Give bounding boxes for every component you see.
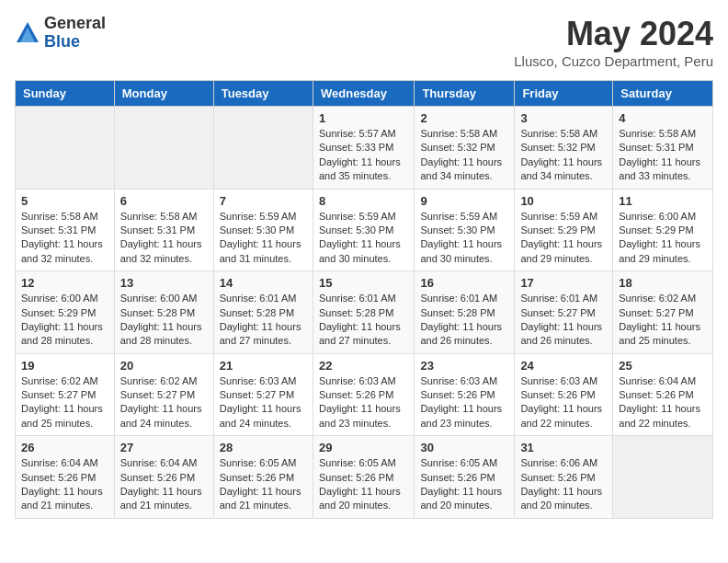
- day-info: Sunrise: 5:59 AM Sunset: 5:29 PM Dayligh…: [520, 210, 607, 267]
- day-info: Sunrise: 6:04 AM Sunset: 5:26 PM Dayligh…: [120, 456, 208, 513]
- day-cell: 28Sunrise: 6:05 AM Sunset: 5:26 PM Dayli…: [213, 436, 313, 519]
- day-cell: 11Sunrise: 6:00 AM Sunset: 5:29 PM Dayli…: [613, 189, 713, 271]
- day-info: Sunrise: 5:58 AM Sunset: 5:31 PM Dayligh…: [21, 210, 108, 267]
- day-cell: 6Sunrise: 5:58 AM Sunset: 5:31 PM Daylig…: [114, 189, 213, 271]
- day-cell: 20Sunrise: 6:02 AM Sunset: 5:27 PM Dayli…: [114, 353, 213, 436]
- day-info: Sunrise: 6:05 AM Sunset: 5:26 PM Dayligh…: [420, 456, 508, 513]
- day-number: 14: [220, 276, 307, 290]
- day-number: 5: [21, 194, 108, 208]
- day-info: Sunrise: 5:59 AM Sunset: 5:30 PM Dayligh…: [420, 210, 508, 267]
- header-monday: Monday: [114, 81, 213, 107]
- day-cell: 27Sunrise: 6:04 AM Sunset: 5:26 PM Dayli…: [114, 436, 213, 519]
- header-thursday: Thursday: [415, 81, 515, 107]
- day-number: 22: [319, 359, 408, 373]
- day-cell: 14Sunrise: 6:01 AM Sunset: 5:28 PM Dayli…: [213, 271, 313, 354]
- day-number: 29: [319, 441, 408, 454]
- day-cell: 9Sunrise: 5:59 AM Sunset: 5:30 PM Daylig…: [415, 189, 515, 271]
- header-sunday: Sunday: [16, 81, 115, 107]
- day-cell: 23Sunrise: 6:03 AM Sunset: 5:26 PM Dayli…: [415, 353, 515, 436]
- day-info: Sunrise: 6:02 AM Sunset: 5:27 PM Dayligh…: [21, 374, 108, 431]
- day-cell: 5Sunrise: 5:58 AM Sunset: 5:31 PM Daylig…: [16, 189, 115, 271]
- day-info: Sunrise: 6:05 AM Sunset: 5:26 PM Dayligh…: [220, 456, 307, 513]
- day-info: Sunrise: 5:58 AM Sunset: 5:32 PM Dayligh…: [420, 127, 508, 184]
- day-cell: [213, 107, 313, 190]
- day-cell: 8Sunrise: 5:59 AM Sunset: 5:30 PM Daylig…: [313, 189, 414, 271]
- day-number: 21: [220, 359, 307, 373]
- week-row-1: 1Sunrise: 5:57 AM Sunset: 5:33 PM Daylig…: [16, 107, 713, 190]
- day-cell: 19Sunrise: 6:02 AM Sunset: 5:27 PM Dayli…: [16, 353, 115, 436]
- day-info: Sunrise: 6:03 AM Sunset: 5:26 PM Dayligh…: [520, 374, 607, 431]
- day-cell: 16Sunrise: 6:01 AM Sunset: 5:28 PM Dayli…: [415, 271, 515, 354]
- day-number: 2: [420, 111, 508, 125]
- day-number: 18: [619, 276, 707, 290]
- day-number: 6: [120, 194, 208, 208]
- day-info: Sunrise: 5:58 AM Sunset: 5:31 PM Dayligh…: [120, 210, 208, 267]
- day-info: Sunrise: 6:04 AM Sunset: 5:26 PM Dayligh…: [619, 374, 707, 431]
- logo: General Blue: [15, 15, 106, 52]
- day-number: 25: [619, 359, 707, 373]
- day-cell: 7Sunrise: 5:59 AM Sunset: 5:30 PM Daylig…: [213, 189, 313, 271]
- logo-icon: [15, 20, 40, 46]
- day-number: 11: [619, 194, 707, 208]
- day-cell: 15Sunrise: 6:01 AM Sunset: 5:28 PM Dayli…: [313, 271, 414, 354]
- day-info: Sunrise: 5:58 AM Sunset: 5:31 PM Dayligh…: [619, 127, 707, 184]
- day-info: Sunrise: 6:00 AM Sunset: 5:29 PM Dayligh…: [21, 292, 108, 349]
- day-cell: [613, 436, 713, 519]
- calendar-title: May 2024: [514, 15, 713, 53]
- day-number: 4: [619, 111, 707, 125]
- header-wednesday: Wednesday: [313, 81, 414, 107]
- day-cell: 2Sunrise: 5:58 AM Sunset: 5:32 PM Daylig…: [415, 107, 515, 190]
- day-info: Sunrise: 5:59 AM Sunset: 5:30 PM Dayligh…: [220, 210, 307, 267]
- day-info: Sunrise: 6:03 AM Sunset: 5:26 PM Dayligh…: [420, 374, 508, 431]
- day-number: 3: [520, 111, 607, 125]
- day-cell: 22Sunrise: 6:03 AM Sunset: 5:26 PM Dayli…: [313, 353, 414, 436]
- day-info: Sunrise: 6:05 AM Sunset: 5:26 PM Dayligh…: [319, 456, 408, 513]
- calendar-location: Llusco, Cuzco Department, Peru: [514, 53, 713, 69]
- day-cell: 1Sunrise: 5:57 AM Sunset: 5:33 PM Daylig…: [313, 107, 414, 190]
- day-cell: 4Sunrise: 5:58 AM Sunset: 5:31 PM Daylig…: [613, 107, 713, 190]
- day-number: 28: [220, 441, 307, 454]
- day-cell: 18Sunrise: 6:02 AM Sunset: 5:27 PM Dayli…: [613, 271, 713, 354]
- day-number: 19: [21, 359, 108, 373]
- logo-blue-text: Blue: [44, 33, 106, 52]
- calendar-table: SundayMondayTuesdayWednesdayThursdayFrid…: [15, 80, 713, 519]
- day-info: Sunrise: 6:03 AM Sunset: 5:26 PM Dayligh…: [319, 374, 408, 431]
- day-info: Sunrise: 6:01 AM Sunset: 5:28 PM Dayligh…: [220, 292, 307, 349]
- header-saturday: Saturday: [613, 81, 713, 107]
- header-tuesday: Tuesday: [213, 81, 313, 107]
- day-info: Sunrise: 6:03 AM Sunset: 5:27 PM Dayligh…: [220, 374, 307, 431]
- week-row-3: 12Sunrise: 6:00 AM Sunset: 5:29 PM Dayli…: [16, 271, 713, 354]
- day-number: 15: [319, 276, 408, 290]
- day-number: 13: [120, 276, 208, 290]
- day-cell: [114, 107, 213, 190]
- day-cell: 17Sunrise: 6:01 AM Sunset: 5:27 PM Dayli…: [515, 271, 613, 354]
- day-info: Sunrise: 5:59 AM Sunset: 5:30 PM Dayligh…: [319, 210, 408, 267]
- week-row-2: 5Sunrise: 5:58 AM Sunset: 5:31 PM Daylig…: [16, 189, 713, 271]
- day-number: 9: [420, 194, 508, 208]
- header-row: SundayMondayTuesdayWednesdayThursdayFrid…: [16, 81, 713, 107]
- title-block: May 2024 Llusco, Cuzco Department, Peru: [514, 15, 713, 69]
- day-number: 10: [520, 194, 607, 208]
- day-number: 24: [520, 359, 607, 373]
- day-number: 16: [420, 276, 508, 290]
- day-cell: 12Sunrise: 6:00 AM Sunset: 5:29 PM Dayli…: [16, 271, 115, 354]
- day-cell: 25Sunrise: 6:04 AM Sunset: 5:26 PM Dayli…: [613, 353, 713, 436]
- day-cell: 24Sunrise: 6:03 AM Sunset: 5:26 PM Dayli…: [515, 353, 613, 436]
- header-friday: Friday: [515, 81, 613, 107]
- day-number: 12: [21, 276, 108, 290]
- day-info: Sunrise: 6:01 AM Sunset: 5:28 PM Dayligh…: [420, 292, 508, 349]
- day-cell: 21Sunrise: 6:03 AM Sunset: 5:27 PM Dayli…: [213, 353, 313, 436]
- day-info: Sunrise: 6:01 AM Sunset: 5:28 PM Dayligh…: [319, 292, 408, 349]
- day-info: Sunrise: 5:57 AM Sunset: 5:33 PM Dayligh…: [319, 127, 408, 184]
- day-cell: [16, 107, 115, 190]
- day-number: 31: [520, 441, 607, 454]
- day-info: Sunrise: 6:00 AM Sunset: 5:29 PM Dayligh…: [619, 210, 707, 267]
- day-cell: 3Sunrise: 5:58 AM Sunset: 5:32 PM Daylig…: [515, 107, 613, 190]
- day-number: 27: [120, 441, 208, 454]
- day-cell: 10Sunrise: 5:59 AM Sunset: 5:29 PM Dayli…: [515, 189, 613, 271]
- day-cell: 26Sunrise: 6:04 AM Sunset: 5:26 PM Dayli…: [16, 436, 115, 519]
- day-number: 23: [420, 359, 508, 373]
- day-info: Sunrise: 6:01 AM Sunset: 5:27 PM Dayligh…: [520, 292, 607, 349]
- day-number: 26: [21, 441, 108, 454]
- page-header: General Blue May 2024 Llusco, Cuzco Depa…: [15, 15, 713, 69]
